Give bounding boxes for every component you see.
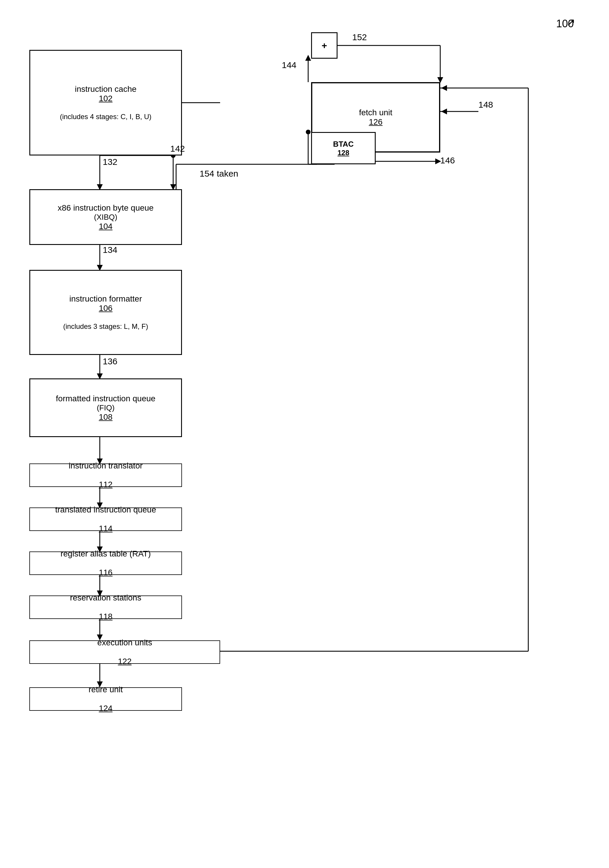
- retire-unit-box: retire unit 124: [30, 687, 182, 711]
- execution-units-box: execution units 122: [30, 640, 220, 664]
- fiq-box: formatted instruction queue (FIQ) 108: [30, 378, 182, 437]
- ref-146: 146: [440, 155, 455, 166]
- ref-134: 134: [103, 245, 117, 255]
- reservation-stations-box: reservation stations 118: [30, 595, 182, 619]
- ref-142: 142: [170, 144, 185, 154]
- svg-marker-28: [305, 55, 311, 61]
- ref-152: 152: [352, 32, 367, 42]
- btac-box: BTAC 128: [311, 132, 376, 164]
- ref-154: 154 taken: [200, 169, 238, 179]
- svg-point-44: [306, 130, 311, 134]
- ref-132: 132: [103, 157, 117, 167]
- svg-marker-24: [441, 85, 447, 91]
- ref-136: 136: [103, 356, 117, 366]
- formatter-box: instruction formatter 106 (includes 3 st…: [30, 270, 182, 355]
- rat-box: register alias table (RAT) 116: [30, 552, 182, 575]
- tiq-box: translated instruction queue 114: [30, 507, 182, 531]
- svg-marker-33: [441, 108, 447, 115]
- translator-box: instruction translator 112: [30, 463, 182, 487]
- diagram: 100 ↗: [0, 0, 609, 868]
- xibq-box: x86 instruction byte queue (XIBQ) 104: [30, 189, 182, 245]
- instruction-cache-box: instruction cache 102 (includes 4 stages…: [30, 50, 182, 155]
- ref-144: 144: [282, 60, 297, 70]
- ref-148: 148: [478, 100, 493, 110]
- adder-box: +: [311, 32, 337, 59]
